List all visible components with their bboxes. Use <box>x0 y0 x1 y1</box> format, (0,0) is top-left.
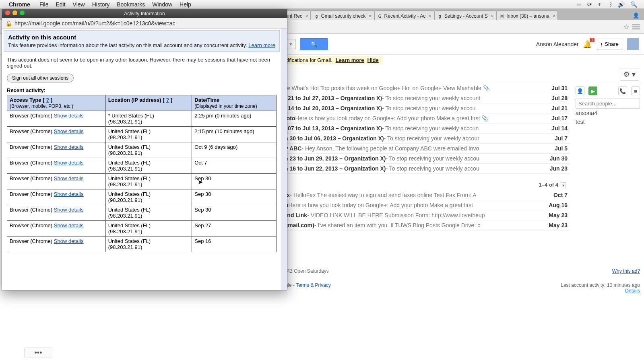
avatar[interactable] <box>627 38 639 50</box>
notifications-icon[interactable]: 🔔1 <box>583 40 592 49</box>
ellipsis-button[interactable]: ••• <box>24 348 52 358</box>
show-details-link[interactable]: Show details <box>54 113 84 119</box>
tab[interactable]: GRecent Activity - Ac× <box>374 10 434 20</box>
contact-item[interactable]: test <box>576 117 640 126</box>
mail-row[interactable]: le photo Here is how you look today on G… <box>264 200 570 210</box>
search-people-input[interactable] <box>576 99 640 109</box>
mail-row[interactable]: ate (Jun 30 to Jul 06, 2013 – Organizati… <box>264 134 570 144</box>
activity-popup: Activity Information 🔒 https://mail.goog… <box>2 9 287 290</box>
plus-icon: + <box>600 41 603 47</box>
access-type: Browser (Chrome) <box>10 144 52 150</box>
show-details-link[interactable]: Show details <box>54 207 84 213</box>
share-button[interactable]: +Share <box>596 39 623 49</box>
learn-more-link[interactable]: Learn more <box>248 42 275 48</box>
mail-row[interactable]: ate (Jun 23 to Jun 29, 2013 – Organizati… <box>264 154 570 164</box>
mail-preview: - Hey Anson, The following people at Com… <box>301 145 479 152</box>
menu-window[interactable]: Window <box>149 1 176 8</box>
mail-row[interactable]: ate (Jun 16 to Jun 22, 2013 – Organizati… <box>264 164 570 174</box>
search-button[interactable]: 🔍 <box>300 38 328 50</box>
terms-link[interactable]: Terms & Privacy <box>296 282 331 288</box>
person-icon[interactable]: 👤 <box>576 86 584 95</box>
location: United States (FL) <box>108 238 151 244</box>
zoom-window-icon[interactable] <box>20 10 25 15</box>
menu-view[interactable]: View <box>69 1 89 8</box>
details-link[interactable]: Details <box>625 288 640 294</box>
menu-history[interactable]: History <box>89 1 114 8</box>
access-type: Browser (Chrome) <box>10 238 52 244</box>
close-window-icon[interactable] <box>5 10 10 15</box>
close-icon[interactable]: × <box>553 14 555 19</box>
mail-row[interactable]: ompany ABC - Hey Anson, The following pe… <box>264 144 570 154</box>
menu-edit[interactable]: Edit <box>52 1 69 8</box>
table-row: Browser (Chrome) Show detailsUnited Stat… <box>7 127 277 142</box>
tab[interactable]: gSettings - Account S× <box>434 10 497 20</box>
sync-icon[interactable]: ⟳ <box>584 1 595 8</box>
ip-address: (98.203.21.91) <box>108 181 142 187</box>
close-icon[interactable]: × <box>491 14 493 19</box>
mail-preview: Here is how you look today on Google+: A… <box>295 115 480 121</box>
mail-row[interactable]: ate (Jul 07 to Jul 13, 2013 – Organizati… <box>264 123 570 134</box>
why-this-ad[interactable]: Why this ad? <box>612 268 640 274</box>
video-icon[interactable]: ▶ <box>588 86 597 95</box>
tab[interactable]: gGmail security check× <box>311 10 374 20</box>
mail-row[interactable]: le+ - View What's Hot Top posts this wee… <box>264 83 570 93</box>
mail-preview: - To stop receiving your weekly accou <box>382 105 475 111</box>
show-details-link[interactable]: Show details <box>54 128 84 134</box>
phone-icon[interactable]: 📞 <box>618 86 627 95</box>
mail-row[interactable]: HelloFax - HelloFax The easiest way to s… <box>264 190 570 200</box>
close-icon[interactable]: × <box>305 14 308 19</box>
show-details-link[interactable]: Show details <box>54 175 84 181</box>
help-icon[interactable]: ? <box>46 97 49 103</box>
spotlight-icon[interactable]: 🔍 <box>627 1 640 8</box>
mail-row[interactable]: 2013@gmail.com) - I've shared an item wi… <box>264 220 570 230</box>
popup-urlbar[interactable]: 🔒 https://mail.google.com/mail/u/0/?ui=2… <box>2 18 287 29</box>
mail-preview: - VIDEO LINK WILL BE HERE Submission For… <box>307 212 485 218</box>
bluetooth-icon[interactable]: ᛒ <box>606 1 615 8</box>
notif-badge: 1 <box>590 38 594 42</box>
user-name[interactable]: Anson Alexander <box>536 41 579 47</box>
app-name[interactable]: Chrome <box>9 1 36 8</box>
mail-date: Oct 7 <box>549 192 568 198</box>
datetime: Sep 30 <box>194 207 211 213</box>
hamburger-icon[interactable] <box>632 25 640 29</box>
table-row: Browser (Chrome) Show detailsUnited Stat… <box>7 142 277 158</box>
favicon-icon: g <box>437 13 443 19</box>
tab[interactable]: MInbox (38) – ansona× <box>496 10 558 20</box>
mail-row[interactable]: ocess and Link - VIDEO LINK WILL BE HERE… <box>264 210 570 220</box>
camera-icon[interactable]: ■ <box>631 86 640 95</box>
chrome-avatar-icon[interactable]: 👤 <box>630 10 642 20</box>
popup-titlebar[interactable]: Activity Information <box>2 9 287 18</box>
mac-menubar: Chrome File Edit View History Bookmarks … <box>0 0 644 9</box>
show-details-link[interactable]: Show details <box>54 144 84 150</box>
mail-date: Aug 16 <box>545 202 568 208</box>
wifi-icon[interactable]: ᯤ <box>595 1 606 8</box>
display-icon[interactable]: ▭ <box>574 1 584 8</box>
show-details-link[interactable]: Show details <box>54 191 84 197</box>
popup-note: This account does not seem to be open in… <box>2 53 281 72</box>
popup-title: Activity Information <box>124 11 165 16</box>
dropdown-icon[interactable]: ▾ <box>561 182 566 188</box>
show-details-link[interactable]: Show details <box>54 238 84 244</box>
gear-icon[interactable]: ⚙ ▾ <box>620 68 639 81</box>
mail-row[interactable]: ate (Jul 21 to Jul 27, 2013 – Organizati… <box>264 93 570 103</box>
bookmark-star-icon[interactable]: ☆ <box>623 23 630 31</box>
contact-item[interactable]: ansona4 <box>576 109 640 117</box>
signout-all-button[interactable]: Sign out all other sessions <box>7 74 74 82</box>
mail-row[interactable]: ate (Jul 14 to Jul 20, 2013 – Organizati… <box>264 103 570 113</box>
close-icon[interactable]: × <box>429 14 431 19</box>
notif-hide[interactable]: Hide <box>367 57 379 63</box>
volume-icon[interactable]: 🔊 <box>615 1 627 8</box>
notif-learn-more[interactable]: Learn more <box>336 57 364 63</box>
mail-row[interactable]: ofile photo Here is how you look today o… <box>264 113 570 123</box>
menu-file[interactable]: File <box>36 1 52 8</box>
show-details-link[interactable]: Show details <box>54 222 84 228</box>
help-icon[interactable]: ? <box>166 97 169 103</box>
ip-address: (98.203.21.91) <box>108 197 142 203</box>
show-details-link[interactable]: Show details <box>54 160 84 166</box>
activity-table: Access Type [ ? ](Browser, mobile, POP3,… <box>7 95 277 252</box>
mail-preview: - To stop receiving your weekly accou <box>386 165 479 172</box>
close-icon[interactable]: × <box>369 14 371 19</box>
minimize-window-icon[interactable] <box>12 10 17 15</box>
menu-help[interactable]: Help <box>176 1 195 8</box>
menu-bookmarks[interactable]: Bookmarks <box>113 1 149 8</box>
